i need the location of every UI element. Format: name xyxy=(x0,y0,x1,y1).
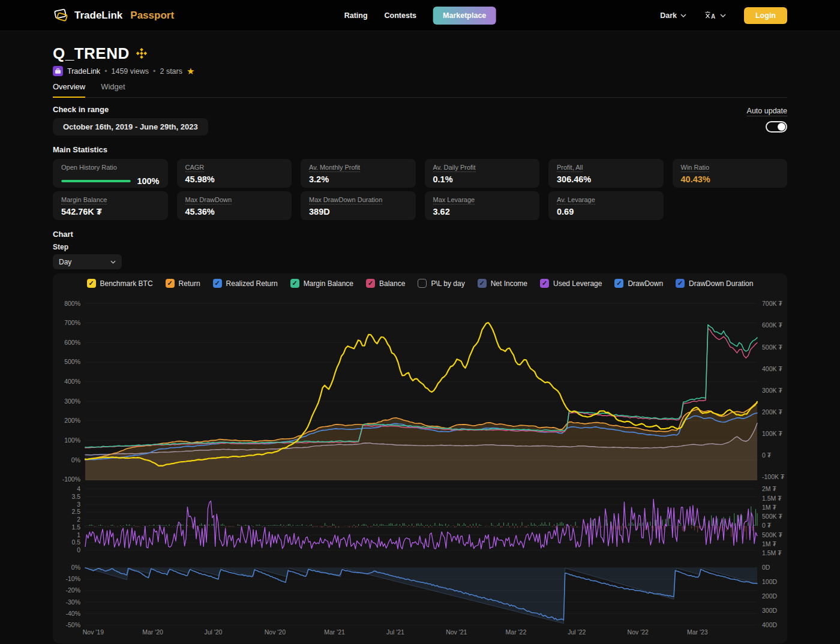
svg-text:2: 2 xyxy=(77,516,80,523)
svg-text:700%: 700% xyxy=(64,319,80,326)
legend-label: DrawDown xyxy=(628,279,663,288)
stat-label: Max DrawDown Duration xyxy=(309,196,407,204)
dot-separator: • xyxy=(153,67,155,76)
brand-suffix: Passport xyxy=(130,10,174,22)
legend-item-margin-balance[interactable]: Margin Balance xyxy=(290,279,353,288)
nav-center: RatingContests Marketplace xyxy=(344,7,496,25)
stat-value: 45.36% xyxy=(185,207,284,216)
svg-text:100K ₮: 100K ₮ xyxy=(762,430,782,437)
stat-value: 100% xyxy=(137,176,159,186)
chart-card: Benchmark BTCReturnRealized ReturnMargin… xyxy=(53,273,787,643)
legend-item-drawdown[interactable]: DrawDown xyxy=(614,279,663,288)
brand-name: TradeLink xyxy=(74,10,122,22)
legend-item-return[interactable]: Return xyxy=(166,279,200,288)
auto-update-toggle[interactable] xyxy=(766,121,787,133)
stat-label: Win Ratio xyxy=(681,164,779,171)
login-button[interactable]: Login xyxy=(744,7,787,24)
performance-chart[interactable]: 800%700%600%500%400%300%200%100%0%-100%7… xyxy=(53,273,787,643)
legend-label: Return xyxy=(179,279,200,288)
brand[interactable]: TradeLink Passport xyxy=(53,7,174,23)
author-avatar[interactable] xyxy=(53,66,63,76)
legend-item-net-income[interactable]: Net Income xyxy=(478,279,527,288)
stat-label: Max Levarage xyxy=(433,196,532,204)
stat-label: Av. Monthly Profit xyxy=(309,164,407,171)
checkbox-checked-icon[interactable] xyxy=(478,279,487,288)
svg-text:Mar '22: Mar '22 xyxy=(506,628,527,636)
checkbox-checked-icon[interactable] xyxy=(676,279,685,288)
svg-text:Nov '22: Nov '22 xyxy=(628,628,649,636)
legend-item-realized-return[interactable]: Realized Return xyxy=(213,279,278,288)
checkbox-unchecked-icon[interactable] xyxy=(418,279,427,288)
svg-text:800%: 800% xyxy=(64,300,80,307)
svg-text:Mar '23: Mar '23 xyxy=(687,628,708,636)
step-select[interactable]: Day xyxy=(53,254,122,269)
svg-text:-40%: -40% xyxy=(65,610,80,617)
legend-item-balance[interactable]: Balance xyxy=(366,279,405,288)
svg-text:-20%: -20% xyxy=(65,586,80,594)
svg-text:1: 1 xyxy=(77,531,80,538)
svg-text:300K ₮: 300K ₮ xyxy=(762,387,782,394)
stat-card-av-monthly-profit: Av. Monthly Profit3.2% xyxy=(301,159,416,188)
svg-text:-50%: -50% xyxy=(65,621,80,628)
checkbox-checked-icon[interactable] xyxy=(290,279,299,288)
y-axis-net-income: 2M ₮1.5M ₮1M ₮500K ₮0 ₮500K ₮1M ₮1.5M ₮ xyxy=(762,485,782,556)
checkbox-checked-icon[interactable] xyxy=(366,279,375,288)
stat-label: Profit, All xyxy=(557,164,655,171)
svg-text:2.5: 2.5 xyxy=(71,508,80,515)
legend-item-drawdown-duration[interactable]: DrawDown Duration xyxy=(676,279,753,288)
stat-card-profit-all: Profit, All306.46% xyxy=(548,159,664,188)
stat-value: 0.1% xyxy=(433,174,532,184)
stat-card-win-ratio: Win Ratio40.43% xyxy=(673,159,788,188)
marketplace-button[interactable]: Marketplace xyxy=(433,7,496,25)
legend-item-used-leverage[interactable]: Used Leverage xyxy=(540,279,602,288)
author-name[interactable]: TradeLink xyxy=(67,67,100,76)
date-range-input[interactable]: October 16th, 2019 - June 29th, 2023 xyxy=(53,118,208,136)
svg-text:0 ₮: 0 ₮ xyxy=(762,522,772,529)
svg-text:500K ₮: 500K ₮ xyxy=(762,513,782,520)
theme-dropdown[interactable]: Dark xyxy=(660,11,686,20)
checkbox-checked-icon[interactable] xyxy=(213,279,222,288)
range-block: Check in range October 16th, 2019 - June… xyxy=(53,105,208,136)
svg-text:200%: 200% xyxy=(64,417,80,424)
svg-text:1M ₮: 1M ₮ xyxy=(762,540,777,547)
nav-link-contests[interactable]: Contests xyxy=(385,11,416,20)
legend-item-p-l-by-day[interactable]: P\L by day xyxy=(418,279,464,288)
navbar: TradeLink Passport RatingContests Market… xyxy=(0,0,840,31)
nav-link-rating[interactable]: Rating xyxy=(344,11,368,20)
svg-text:2M ₮: 2M ₮ xyxy=(762,485,777,492)
stats-title: Main Statistics xyxy=(53,145,787,154)
language-dropdown[interactable]: A xyxy=(704,11,726,20)
nav-right: Dark A Login xyxy=(660,7,787,24)
svg-text:200K ₮: 200K ₮ xyxy=(762,408,782,416)
svg-text:3.5: 3.5 xyxy=(71,493,80,500)
stat-value: 389D xyxy=(309,207,407,216)
checkbox-checked-icon[interactable] xyxy=(614,279,623,288)
svg-text:-10%: -10% xyxy=(65,575,80,582)
stat-value: 45.98% xyxy=(185,174,284,184)
legend-item-benchmark-btc[interactable]: Benchmark BTC xyxy=(87,279,153,288)
tab-widget[interactable]: Widget xyxy=(101,82,125,97)
svg-text:100%: 100% xyxy=(64,437,80,444)
svg-text:1.5M ₮: 1.5M ₮ xyxy=(762,495,782,502)
legend-label: Used Leverage xyxy=(553,279,602,288)
svg-text:0 ₮: 0 ₮ xyxy=(762,452,772,459)
stat-label: CAGR xyxy=(185,164,284,171)
main-content: Q_TREND TradeLink • 1459 views • 2 stars… xyxy=(0,44,840,644)
stat-label: Av. Levarage xyxy=(557,196,655,204)
translate-icon: A xyxy=(704,11,716,20)
svg-text:500K ₮: 500K ₮ xyxy=(762,344,782,351)
svg-text:400D: 400D xyxy=(762,621,778,628)
svg-text:400K ₮: 400K ₮ xyxy=(762,365,782,372)
tab-overview[interactable]: Overview xyxy=(53,82,85,98)
svg-text:Nov '20: Nov '20 xyxy=(265,628,286,636)
dot-separator: • xyxy=(104,67,107,76)
checkbox-checked-icon[interactable] xyxy=(166,279,175,288)
star-icon[interactable]: ★ xyxy=(187,67,194,76)
page-title-row: Q_TREND xyxy=(53,44,787,62)
x-axis-labels: Nov '19Mar '20Jul '20Nov '20Mar '21Jul '… xyxy=(83,628,708,636)
legend-label: Benchmark BTC xyxy=(100,279,153,288)
checkbox-checked-icon[interactable] xyxy=(540,279,549,288)
stat-value: 40.43% xyxy=(681,174,779,184)
legend-label: DrawDown Duration xyxy=(689,279,753,288)
checkbox-checked-icon[interactable] xyxy=(87,279,96,288)
